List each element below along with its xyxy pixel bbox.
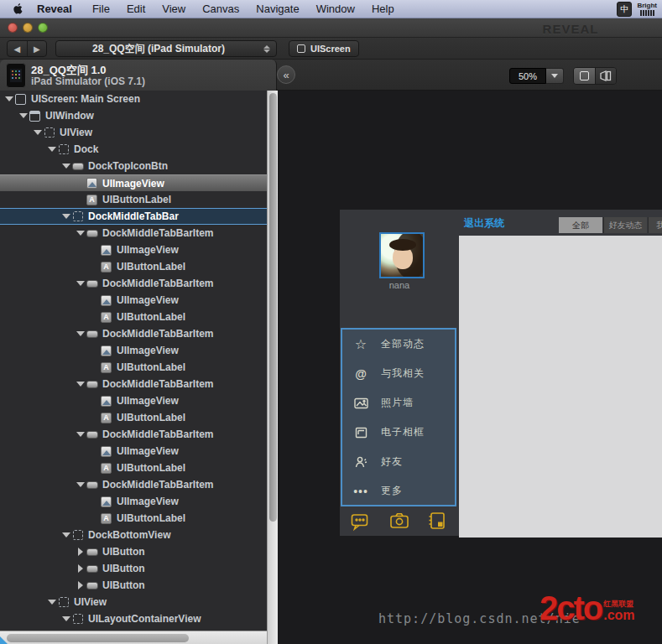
dock-tab-item-4[interactable]: 好友 [342,447,455,476]
logout-system-button[interactable]: 退出系统 [464,216,504,231]
horizontal-scroll-thumb[interactable] [7,634,189,642]
app-tab-2[interactable]: 我的 [648,217,662,233]
tree-row-uiview-2[interactable]: UIView [0,124,267,141]
menu-navigate[interactable]: Navigate [248,0,307,18]
label-class-icon: A [100,261,112,273]
tree-row-uibuttonlabel-22[interactable]: AUIButtonLabel [0,460,267,476]
tree-row-uiimageview-12[interactable]: UIImageView [0,292,267,309]
profile-avatar[interactable] [379,232,425,278]
menu-edit[interactable]: Edit [118,0,154,18]
app-content-area[interactable] [459,236,662,538]
tree-row-dockbottomview-26[interactable]: DockBottomView [0,527,267,543]
menu-reveal[interactable]: Reveal [29,0,84,18]
tree-row-docktopiconbtn-4[interactable]: DockTopIconBtn [0,158,267,174]
tree-row-dockmiddletabbaritem-11[interactable]: DockMiddleTabBarItem [0,275,267,292]
zoom-dropdown-button[interactable] [546,68,564,84]
tree-row-uiwindow-1[interactable]: UIWindow [0,107,267,124]
tree-row-dock-3[interactable]: Dock [0,141,267,158]
close-window-button[interactable] [8,23,18,33]
tree-row-dockmiddletabbaritem-8[interactable]: DockMiddleTabBarItem [0,225,267,242]
camera-dock-button[interactable] [389,511,409,531]
tree-row-uiimageview-21[interactable]: UIImageView [0,443,267,460]
tree-row-dockmiddletabbaritem-17[interactable]: DockMiddleTabBarItem [0,376,267,392]
tree-row-dockmiddletabbar-7[interactable]: DockMiddleTabBar [0,208,267,225]
disclosure-open-icon[interactable] [75,482,86,487]
disclosure-open-icon[interactable] [75,331,86,336]
tree-row-uibuttonlabel-6[interactable]: AUIButtonLabel [0,191,267,208]
tree-row-uibutton-28[interactable]: UIButton [0,560,267,577]
tree-vertical-scrollbar[interactable] [267,91,278,644]
dock-tab-item-3[interactable]: 电子相框 [342,418,455,447]
disclosure-open-icon[interactable] [60,532,71,538]
tree-row-uibutton-27[interactable]: UIButton [0,543,267,560]
tree-row-uiscreen-main-screen-0[interactable]: UIScreen: Main Screen [0,91,267,107]
tree-row-uibuttonlabel-25[interactable]: AUIButtonLabel [0,510,267,527]
apple-menu-icon[interactable] [7,3,29,15]
view-hierarchy-tree[interactable]: UIScreen: Main ScreenUIWindowUIViewDockD… [0,91,267,644]
tree-row-uiview-30[interactable]: UIView [0,594,267,610]
dock-tab-item-0[interactable]: ☆全部动态 [342,330,455,359]
disclosure-open-icon[interactable] [75,382,86,387]
app-tab-0[interactable]: 全部 [559,217,602,233]
view-2d-button[interactable] [574,68,595,84]
back-button[interactable]: ◀ [8,41,28,56]
tree-row-uibutton-29[interactable]: UIButton [0,577,267,594]
dock-tab-item-1[interactable]: @与我相关 [342,359,455,388]
tree-row-dockmiddletabbaritem-20[interactable]: DockMiddleTabBarItem [0,426,267,443]
disclosure-closed-icon[interactable] [75,564,86,573]
tree-row-uibuttonlabel-19[interactable]: AUIButtonLabel [0,409,267,426]
tree-row-uibuttonlabel-16[interactable]: AUIButtonLabel [0,359,267,376]
tree-row-uiimageview-15[interactable]: UIImageView [0,342,267,359]
collapse-sidebar-button[interactable]: « [277,65,295,84]
disclosure-open-icon[interactable] [60,164,71,169]
menu-window[interactable]: Window [308,0,363,18]
uiscreen-scope-button[interactable]: UIScreen [289,40,359,57]
message-dock-button[interactable] [350,512,370,532]
disclosure-open-icon[interactable] [32,130,43,135]
tree-row-uilayoutcontainerview-31[interactable]: UILayoutContainerView [0,610,267,627]
disclosure-closed-icon[interactable] [75,581,86,589]
zoom-level-value[interactable]: 50% [509,68,546,84]
tree-row-uiimageview-24[interactable]: UIImageView [0,493,267,510]
tree-row-dockmiddletabbaritem-14[interactable]: DockMiddleTabBarItem [0,325,267,342]
brightness-widget[interactable]: Bright [637,3,657,16]
tree-row-uiimageview-5[interactable]: UIImageView [0,174,267,191]
disclosure-open-icon[interactable] [75,281,86,286]
tree-row-uiimageview-18[interactable]: UIImageView [0,392,267,409]
view-3d-button[interactable] [595,68,617,84]
forward-button[interactable]: ▶ [28,41,47,56]
disclosure-open-icon[interactable] [46,147,57,152]
tree-horizontal-scrollbar[interactable] [0,631,267,644]
app-tab-1[interactable]: 好友动态 [603,217,647,233]
menu-help[interactable]: Help [363,0,403,18]
disclosure-open-icon[interactable] [75,432,86,437]
minimize-window-button[interactable] [23,23,33,33]
menu-canvas[interactable]: Canvas [194,0,248,18]
disclosure-open-icon[interactable] [46,600,57,605]
disclosure-open-icon[interactable] [18,113,29,118]
notes-dock-button[interactable] [427,511,447,531]
label-class-icon: A [100,412,112,423]
disclosure-open-icon[interactable] [3,96,14,101]
disclosure-closed-icon[interactable] [75,548,86,556]
canvas-pane[interactable]: 退出系统 全部好友动态我的 nana ☆全部动态@与我相关照片墙电子相框好友••… [278,91,662,644]
window-title-bar[interactable]: REVEAL [0,18,662,38]
disclosure-open-icon[interactable] [75,231,86,236]
dock-middle-tab-bar[interactable]: ☆全部动态@与我相关照片墙电子相框好友•••更多 [341,328,456,506]
tree-row-uibuttonlabel-10[interactable]: AUIButtonLabel [0,258,267,275]
menu-view[interactable]: View [154,0,194,18]
tree-row-uiimageview-9[interactable]: UIImageView [0,242,267,258]
vertical-scroll-thumb[interactable] [269,93,277,522]
tree-row-dockmiddletabbaritem-23[interactable]: DockMiddleTabBarItem [0,476,267,493]
disclosure-open-icon[interactable] [60,214,71,219]
disclosure-open-icon[interactable] [60,616,71,621]
menu-file[interactable]: File [84,0,118,18]
input-source-menu[interactable]: 中 [617,2,632,17]
dropdown-stepper-icon [261,45,273,53]
zoom-window-button[interactable] [38,23,48,33]
app-info-card[interactable]: 28_QQ空间 1.0 iPad Simulator (iOS 7.1) [0,60,277,91]
target-app-dropdown[interactable]: 28_QQ空间 (iPad Simulator) [55,40,277,57]
tree-row-uibuttonlabel-13[interactable]: AUIButtonLabel [0,309,267,325]
dock-tab-item-2[interactable]: 照片墙 [342,388,455,418]
dock-tab-item-5[interactable]: •••更多 [342,476,455,506]
